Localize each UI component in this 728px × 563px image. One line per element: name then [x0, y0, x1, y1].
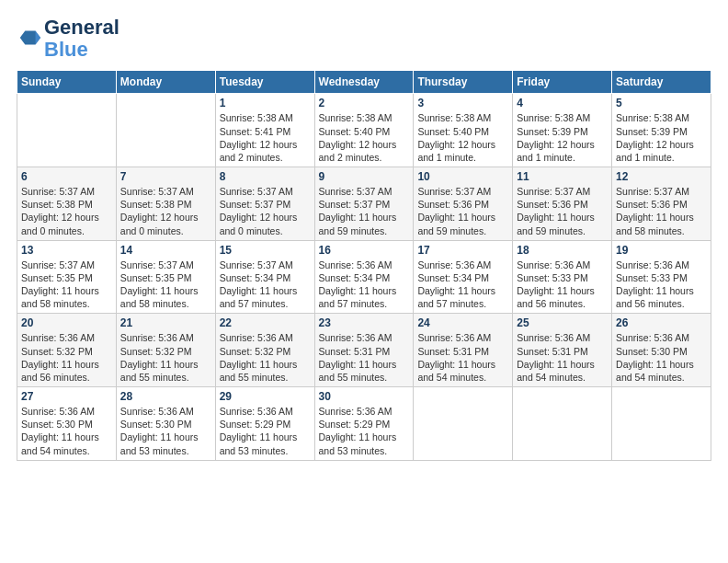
- calendar-cell: 25Sunrise: 5:36 AM Sunset: 5:31 PM Dayli…: [513, 314, 612, 387]
- calendar-header: SundayMondayTuesdayWednesdayThursdayFrid…: [17, 71, 711, 94]
- calendar-cell: 5Sunrise: 5:38 AM Sunset: 5:39 PM Daylig…: [612, 94, 711, 167]
- day-number: 29: [220, 390, 311, 403]
- weekday-header-thursday: Thursday: [414, 71, 513, 94]
- day-number: 26: [616, 316, 707, 329]
- day-number: 22: [220, 316, 311, 329]
- calendar-cell: 19Sunrise: 5:36 AM Sunset: 5:33 PM Dayli…: [612, 240, 711, 314]
- calendar-cell: 16Sunrise: 5:36 AM Sunset: 5:34 PM Dayli…: [314, 240, 414, 314]
- calendar-cell: 8Sunrise: 5:37 AM Sunset: 5:37 PM Daylig…: [215, 167, 314, 241]
- calendar-cell: [17, 94, 117, 167]
- calendar-cell: 17Sunrise: 5:36 AM Sunset: 5:34 PM Dayli…: [414, 240, 513, 314]
- day-info: Sunrise: 5:36 AM Sunset: 5:29 PM Dayligh…: [319, 405, 410, 457]
- calendar-cell: [612, 387, 711, 461]
- week-row-5: 27Sunrise: 5:36 AM Sunset: 5:30 PM Dayli…: [17, 387, 711, 461]
- calendar-cell: 7Sunrise: 5:37 AM Sunset: 5:38 PM Daylig…: [116, 167, 215, 241]
- day-info: Sunrise: 5:38 AM Sunset: 5:39 PM Dayligh…: [616, 111, 707, 164]
- calendar-cell: [513, 387, 612, 461]
- day-number: 25: [517, 316, 608, 329]
- logo-icon: [17, 26, 42, 52]
- day-number: 11: [517, 170, 608, 183]
- day-number: 7: [120, 170, 211, 183]
- day-info: Sunrise: 5:37 AM Sunset: 5:38 PM Dayligh…: [120, 185, 211, 237]
- day-info: Sunrise: 5:36 AM Sunset: 5:30 PM Dayligh…: [21, 405, 112, 457]
- day-number: 19: [616, 244, 707, 257]
- day-info: Sunrise: 5:37 AM Sunset: 5:37 PM Dayligh…: [319, 185, 410, 237]
- calendar-cell: 3Sunrise: 5:38 AM Sunset: 5:40 PM Daylig…: [414, 94, 513, 167]
- day-number: 1: [220, 97, 311, 109]
- day-info: Sunrise: 5:37 AM Sunset: 5:34 PM Dayligh…: [220, 259, 311, 311]
- day-number: 27: [21, 390, 112, 403]
- day-info: Sunrise: 5:36 AM Sunset: 5:34 PM Dayligh…: [319, 259, 410, 311]
- calendar-cell: 12Sunrise: 5:37 AM Sunset: 5:36 PM Dayli…: [612, 167, 711, 241]
- weekday-header-monday: Monday: [116, 71, 215, 94]
- day-number: 14: [120, 244, 211, 257]
- day-info: Sunrise: 5:38 AM Sunset: 5:39 PM Dayligh…: [517, 111, 608, 164]
- day-number: 16: [319, 244, 410, 257]
- calendar-body: 1Sunrise: 5:38 AM Sunset: 5:41 PM Daylig…: [17, 94, 711, 460]
- day-info: Sunrise: 5:38 AM Sunset: 5:40 PM Dayligh…: [417, 111, 508, 164]
- calendar-cell: 10Sunrise: 5:37 AM Sunset: 5:36 PM Dayli…: [414, 167, 513, 241]
- week-row-3: 13Sunrise: 5:37 AM Sunset: 5:35 PM Dayli…: [17, 240, 711, 314]
- day-number: 21: [120, 316, 211, 329]
- weekday-header-sunday: Sunday: [17, 71, 117, 94]
- day-info: Sunrise: 5:37 AM Sunset: 5:36 PM Dayligh…: [517, 185, 608, 237]
- weekday-header-saturday: Saturday: [612, 71, 711, 94]
- day-info: Sunrise: 5:36 AM Sunset: 5:31 PM Dayligh…: [319, 331, 410, 384]
- day-number: 10: [417, 170, 508, 183]
- day-number: 4: [517, 97, 608, 109]
- calendar-cell: 15Sunrise: 5:37 AM Sunset: 5:34 PM Dayli…: [215, 240, 314, 314]
- day-info: Sunrise: 5:37 AM Sunset: 5:35 PM Dayligh…: [120, 259, 211, 311]
- calendar-cell: 29Sunrise: 5:36 AM Sunset: 5:29 PM Dayli…: [215, 387, 314, 461]
- svg-marker-1: [36, 31, 41, 45]
- day-number: 24: [417, 316, 508, 329]
- calendar-cell: 27Sunrise: 5:36 AM Sunset: 5:30 PM Dayli…: [17, 387, 117, 461]
- week-row-2: 6Sunrise: 5:37 AM Sunset: 5:38 PM Daylig…: [17, 167, 711, 241]
- day-number: 23: [319, 316, 410, 329]
- day-info: Sunrise: 5:36 AM Sunset: 5:32 PM Dayligh…: [21, 331, 112, 384]
- calendar-cell: 22Sunrise: 5:36 AM Sunset: 5:32 PM Dayli…: [215, 314, 314, 387]
- week-row-1: 1Sunrise: 5:38 AM Sunset: 5:41 PM Daylig…: [17, 94, 711, 167]
- calendar-cell: [116, 94, 215, 167]
- calendar-cell: 20Sunrise: 5:36 AM Sunset: 5:32 PM Dayli…: [17, 314, 117, 387]
- day-number: 20: [21, 316, 112, 329]
- week-row-4: 20Sunrise: 5:36 AM Sunset: 5:32 PM Dayli…: [17, 314, 711, 387]
- weekday-row: SundayMondayTuesdayWednesdayThursdayFrid…: [17, 71, 711, 94]
- day-number: 28: [120, 390, 211, 403]
- day-number: 5: [616, 97, 707, 109]
- calendar-cell: 4Sunrise: 5:38 AM Sunset: 5:39 PM Daylig…: [513, 94, 612, 167]
- day-info: Sunrise: 5:36 AM Sunset: 5:32 PM Dayligh…: [220, 331, 311, 384]
- day-number: 17: [417, 244, 508, 257]
- calendar-cell: 24Sunrise: 5:36 AM Sunset: 5:31 PM Dayli…: [414, 314, 513, 387]
- day-info: Sunrise: 5:37 AM Sunset: 5:37 PM Dayligh…: [220, 185, 311, 237]
- day-info: Sunrise: 5:36 AM Sunset: 5:29 PM Dayligh…: [220, 405, 311, 457]
- weekday-header-friday: Friday: [513, 71, 612, 94]
- weekday-header-wednesday: Wednesday: [314, 71, 414, 94]
- calendar-cell: 6Sunrise: 5:37 AM Sunset: 5:38 PM Daylig…: [17, 167, 117, 241]
- day-info: Sunrise: 5:36 AM Sunset: 5:32 PM Dayligh…: [120, 331, 211, 384]
- calendar-cell: 13Sunrise: 5:37 AM Sunset: 5:35 PM Dayli…: [17, 240, 117, 314]
- calendar-cell: 28Sunrise: 5:36 AM Sunset: 5:30 PM Dayli…: [116, 387, 215, 461]
- day-number: 13: [21, 244, 112, 257]
- day-info: Sunrise: 5:36 AM Sunset: 5:33 PM Dayligh…: [517, 259, 608, 311]
- header: General Blue: [17, 17, 711, 61]
- day-info: Sunrise: 5:36 AM Sunset: 5:31 PM Dayligh…: [517, 331, 608, 384]
- day-number: 12: [616, 170, 707, 183]
- calendar-cell: 21Sunrise: 5:36 AM Sunset: 5:32 PM Dayli…: [116, 314, 215, 387]
- day-info: Sunrise: 5:37 AM Sunset: 5:38 PM Dayligh…: [21, 185, 112, 237]
- day-info: Sunrise: 5:37 AM Sunset: 5:36 PM Dayligh…: [616, 185, 707, 237]
- day-info: Sunrise: 5:36 AM Sunset: 5:30 PM Dayligh…: [616, 331, 707, 384]
- day-number: 15: [220, 244, 311, 257]
- day-info: Sunrise: 5:36 AM Sunset: 5:33 PM Dayligh…: [616, 259, 707, 311]
- calendar-cell: 2Sunrise: 5:38 AM Sunset: 5:40 PM Daylig…: [314, 94, 414, 167]
- calendar-cell: 9Sunrise: 5:37 AM Sunset: 5:37 PM Daylig…: [314, 167, 414, 241]
- day-info: Sunrise: 5:37 AM Sunset: 5:36 PM Dayligh…: [417, 185, 508, 237]
- calendar-table: SundayMondayTuesdayWednesdayThursdayFrid…: [17, 70, 711, 460]
- day-number: 6: [21, 170, 112, 183]
- logo: General Blue: [17, 17, 119, 61]
- day-info: Sunrise: 5:36 AM Sunset: 5:30 PM Dayligh…: [120, 405, 211, 457]
- weekday-header-tuesday: Tuesday: [215, 71, 314, 94]
- calendar-cell: 1Sunrise: 5:38 AM Sunset: 5:41 PM Daylig…: [215, 94, 314, 167]
- calendar-cell: 18Sunrise: 5:36 AM Sunset: 5:33 PM Dayli…: [513, 240, 612, 314]
- day-info: Sunrise: 5:38 AM Sunset: 5:40 PM Dayligh…: [319, 111, 410, 164]
- calendar-cell: 23Sunrise: 5:36 AM Sunset: 5:31 PM Dayli…: [314, 314, 414, 387]
